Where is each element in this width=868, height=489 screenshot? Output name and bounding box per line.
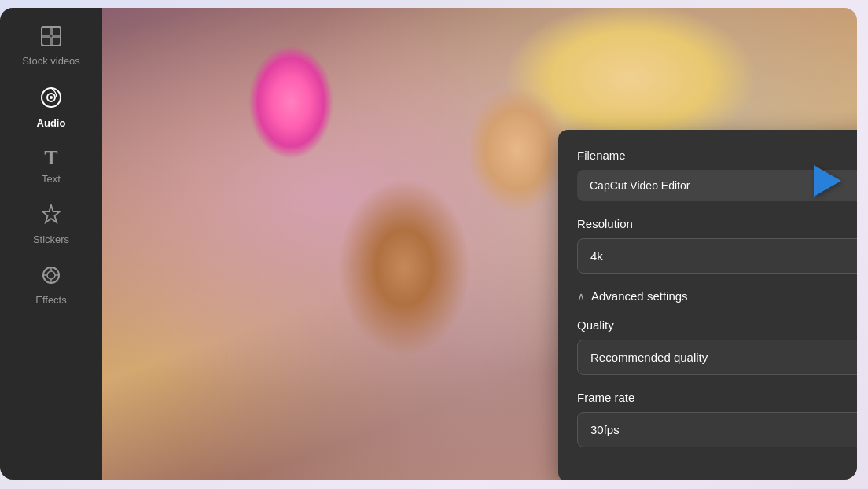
sidebar-item-effects[interactable]: Effects (0, 255, 102, 315)
sidebar-item-stickers[interactable]: Stickers (0, 194, 102, 255)
filename-label: Filename (577, 149, 857, 162)
resolution-label: Resolution (577, 217, 857, 230)
svg-rect-1 (42, 27, 50, 35)
sidebar-item-stickers-label: Stickers (33, 233, 69, 245)
frame-rate-label: Frame rate (577, 391, 857, 404)
frame-rate-field: Frame rate 30fps ⌄ (577, 391, 857, 447)
sidebar-item-text-label: Text (42, 173, 61, 185)
svg-rect-3 (42, 37, 50, 46)
resolution-select[interactable]: 4k ⌄ (577, 238, 857, 274)
export-panel: Filename Resolution 4k ⌄ ∧ Advanced sett… (558, 130, 857, 480)
svg-rect-0 (42, 27, 61, 46)
quality-field: Quality Recommended quality ⌄ (577, 318, 857, 375)
app-container: Stock videos Audio T Text (0, 8, 857, 480)
video-preview: Filename Resolution 4k ⌄ ∧ Advanced sett… (102, 8, 857, 480)
svg-point-9 (47, 271, 55, 279)
frame-rate-value: 30fps (590, 423, 620, 436)
sidebar-item-text[interactable]: T Text (0, 138, 102, 194)
stock-videos-icon (40, 25, 62, 50)
svg-rect-4 (52, 37, 61, 46)
svg-rect-2 (52, 27, 61, 35)
stickers-icon (40, 204, 62, 229)
collapse-icon: ∧ (577, 290, 585, 303)
quality-label: Quality (577, 318, 857, 332)
resolution-value: 4k (590, 249, 603, 263)
advanced-settings-row[interactable]: ∧ Advanced settings (577, 289, 857, 303)
sidebar-item-audio[interactable]: Audio (0, 76, 102, 138)
cursor-arrow (814, 165, 841, 197)
sidebar-item-audio-label: Audio (37, 117, 66, 129)
frame-rate-select[interactable]: 30fps ⌄ (577, 412, 857, 447)
sidebar-item-stock-videos-label: Stock videos (22, 55, 80, 67)
resolution-field: Resolution 4k ⌄ (577, 217, 857, 274)
advanced-settings-label: Advanced settings (591, 289, 688, 303)
sidebar-item-effects-label: Effects (35, 294, 67, 306)
effects-icon (40, 264, 62, 289)
cursor-triangle-icon (814, 165, 841, 197)
audio-icon (39, 86, 63, 112)
svg-point-7 (50, 96, 53, 99)
text-icon: T (44, 148, 57, 168)
quality-select[interactable]: Recommended quality ⌄ (577, 340, 857, 375)
sidebar-item-stock-videos[interactable]: Stock videos (0, 16, 102, 76)
sidebar: Stock videos Audio T Text (0, 8, 102, 480)
quality-value: Recommended quality (590, 351, 708, 364)
